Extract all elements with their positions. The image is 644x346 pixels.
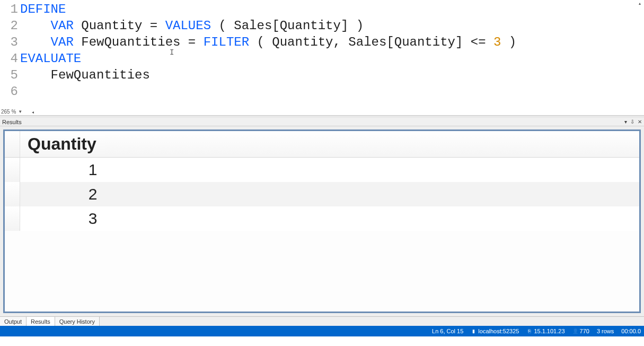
pin-icon[interactable]: ⇩ bbox=[630, 119, 634, 125]
code-editor-pane[interactable]: 123456 DEFINE VAR Quantity = VALUES ( Sa… bbox=[0, 0, 644, 116]
zoom-level-selector[interactable]: 265 % ▼ bbox=[1, 109, 22, 115]
status-rowcount: 3 rows bbox=[597, 328, 614, 334]
cell-filler bbox=[105, 206, 640, 231]
column-header-filler bbox=[105, 131, 640, 158]
tab-query-history[interactable]: Query History bbox=[55, 317, 100, 326]
chevron-down-icon: ▼ bbox=[18, 109, 22, 114]
line-number: 5 bbox=[11, 67, 18, 83]
line-number: 4 bbox=[11, 50, 18, 67]
status-elapsed: 00:00.0 bbox=[621, 328, 641, 334]
column-header-quantity[interactable]: Quantity bbox=[20, 131, 105, 158]
row-header-corner bbox=[5, 131, 20, 158]
status-server: ▮ localhost:52325 bbox=[471, 328, 519, 334]
code-line[interactable]: VAR FewQuantities = FILTER ( Quantity, S… bbox=[20, 34, 516, 50]
cell-quantity[interactable]: 2 bbox=[20, 182, 105, 206]
tab-output[interactable]: Output bbox=[0, 317, 27, 326]
code-line[interactable]: FewQuantities bbox=[20, 67, 516, 83]
scroll-left-icon: ◂ bbox=[32, 110, 36, 114]
line-number: 6 bbox=[11, 83, 18, 100]
close-icon[interactable]: ✕ bbox=[638, 119, 642, 125]
cell-quantity[interactable]: 1 bbox=[20, 158, 105, 183]
row-header bbox=[5, 182, 20, 206]
row-header bbox=[5, 158, 20, 183]
server-icon: ▮ bbox=[471, 328, 476, 334]
results-panel: Results ▾ ⇩ ✕ Quantity 123 OutputResults… bbox=[0, 118, 644, 326]
table-row[interactable]: 2 bbox=[5, 182, 639, 206]
cell-quantity[interactable]: 3 bbox=[20, 206, 105, 231]
status-version: ⎘ 15.1.101.23 bbox=[526, 328, 564, 334]
status-bar: Ln 6, Col 15 ▮ localhost:52325 ⎘ 15.1.10… bbox=[0, 326, 644, 336]
code-line[interactable]: EVALUATE bbox=[20, 50, 516, 67]
line-number: 3 bbox=[11, 34, 18, 50]
line-number: 2 bbox=[11, 18, 18, 34]
results-panel-title: Results bbox=[2, 119, 22, 125]
status-user: 👤 770 bbox=[572, 328, 589, 334]
tab-results[interactable]: Results bbox=[27, 317, 55, 326]
table-row[interactable]: 1 bbox=[5, 158, 639, 183]
line-number-gutter: 123456 bbox=[0, 1, 20, 100]
scroll-up-icon: ▴ bbox=[639, 1, 643, 5]
version-icon: ⎘ bbox=[526, 328, 532, 334]
results-grid-frame: Quantity 123 bbox=[3, 129, 641, 313]
panel-menu-icon[interactable]: ▾ bbox=[624, 119, 627, 125]
code-line[interactable]: DEFINE bbox=[20, 1, 516, 18]
code-text-area[interactable]: DEFINE VAR Quantity = VALUES ( Sales[Qua… bbox=[20, 1, 516, 100]
editor-vertical-scrollbar[interactable]: ▴ bbox=[638, 0, 644, 108]
cell-filler bbox=[105, 158, 640, 183]
status-cursor-position: Ln 6, Col 15 bbox=[432, 328, 463, 334]
zoom-value: 265 % bbox=[1, 109, 16, 115]
cell-filler bbox=[105, 182, 640, 206]
editor-horizontal-scrollbar[interactable]: ◂ bbox=[32, 109, 643, 115]
row-header bbox=[5, 206, 20, 231]
results-panel-header: Results ▾ ⇩ ✕ bbox=[0, 118, 644, 126]
code-line[interactable]: VAR Quantity = VALUES ( Sales[Quantity] … bbox=[20, 18, 516, 34]
user-icon: 👤 bbox=[572, 328, 578, 334]
bottom-tabstrip: OutputResultsQuery History bbox=[0, 316, 644, 326]
table-row[interactable]: 3 bbox=[5, 206, 639, 231]
results-table[interactable]: Quantity 123 bbox=[5, 131, 639, 231]
line-number: 1 bbox=[11, 1, 18, 18]
